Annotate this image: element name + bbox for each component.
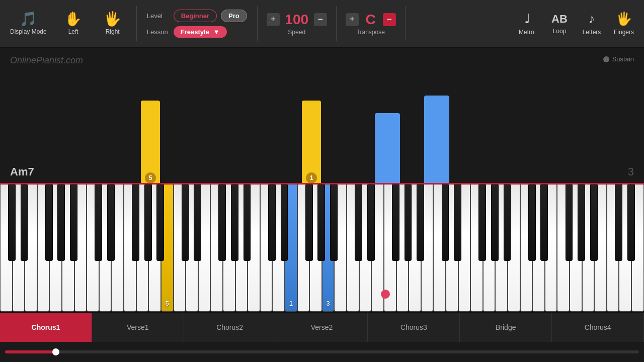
transpose-minus-button[interactable]: − <box>383 13 396 26</box>
white-key[interactable] <box>148 185 161 312</box>
letters-label: Letters <box>583 29 601 36</box>
left-label: Left <box>68 28 78 35</box>
white-key[interactable]: 5 <box>161 185 174 312</box>
red-dot <box>381 290 390 299</box>
white-key[interactable] <box>532 185 545 312</box>
lesson-select[interactable]: Freestyle ▼ <box>174 26 227 38</box>
white-key[interactable] <box>174 185 186 312</box>
beginner-button[interactable]: Beginner <box>174 10 217 22</box>
white-key[interactable] <box>124 185 136 312</box>
white-key[interactable] <box>631 185 644 312</box>
white-key[interactable] <box>446 185 458 312</box>
white-key[interactable]: 1 <box>285 185 297 312</box>
white-key[interactable] <box>483 185 496 312</box>
letters-button[interactable]: ♪ Letters <box>577 8 607 39</box>
lesson-value: Freestyle <box>181 28 209 36</box>
note-bar-yellow-1: 5 <box>141 101 160 186</box>
white-key[interactable] <box>111 185 124 312</box>
right-hand-button[interactable]: 🖐️ Right <box>95 9 130 38</box>
white-key[interactable] <box>508 185 520 312</box>
white-key[interactable] <box>74 185 87 312</box>
right-hand-icon: 🖐️ <box>104 12 121 26</box>
white-key[interactable] <box>582 185 595 312</box>
white-key[interactable]: 3 <box>322 185 335 312</box>
piano-keyboard[interactable]: 513 <box>0 183 644 312</box>
speed-controls: + 100 − <box>267 12 327 28</box>
transpose-label: Transpose <box>357 29 385 36</box>
white-key[interactable] <box>409 185 421 312</box>
white-key[interactable] <box>297 185 310 312</box>
pro-button[interactable]: Pro <box>221 10 247 22</box>
white-key[interactable] <box>186 185 198 312</box>
white-key[interactable] <box>198 185 211 312</box>
left-hand-button[interactable]: ✋ Left <box>56 9 91 38</box>
white-key[interactable] <box>433 185 446 312</box>
white-key[interactable] <box>13 185 25 312</box>
display-mode-label: Display Mode <box>10 28 47 35</box>
white-key[interactable] <box>545 185 557 312</box>
white-key[interactable] <box>470 185 483 312</box>
white-key[interactable] <box>520 185 533 312</box>
white-key[interactable] <box>272 185 285 312</box>
section-tab-chorus1[interactable]: Chorus1 <box>0 313 92 342</box>
progress-bar-container <box>0 342 644 362</box>
white-key[interactable] <box>248 185 260 312</box>
section-tab-verse2[interactable]: Verse2 <box>276 313 368 342</box>
white-key[interactable] <box>25 185 37 312</box>
white-key[interactable] <box>421 185 434 312</box>
white-key[interactable] <box>334 185 347 312</box>
white-key[interactable] <box>594 185 607 312</box>
toolbar: 🎵 Display Mode ✋ Left 🖐️ Right Level Beg… <box>0 0 644 48</box>
white-key[interactable] <box>99 185 112 312</box>
white-key[interactable] <box>359 185 372 312</box>
sustain-label: Sustain <box>612 55 634 63</box>
white-key[interactable] <box>210 185 223 312</box>
finger-num: 5 <box>145 172 156 184</box>
white-key[interactable] <box>37 185 50 312</box>
white-key[interactable] <box>619 185 631 312</box>
white-key[interactable] <box>396 185 409 312</box>
progress-thumb[interactable] <box>52 348 59 355</box>
transpose-plus-button[interactable]: + <box>346 13 359 26</box>
white-key[interactable] <box>557 185 570 312</box>
section-tab-chorus4[interactable]: Chorus4 <box>552 313 644 342</box>
lesson-label: Lesson <box>147 28 170 36</box>
white-key[interactable] <box>570 185 582 312</box>
transpose-controls: + C − <box>346 12 396 28</box>
white-key[interactable] <box>87 185 99 312</box>
white-key[interactable] <box>62 185 74 312</box>
white-key[interactable] <box>607 185 619 312</box>
white-key[interactable] <box>347 185 359 312</box>
separator1 <box>136 6 137 41</box>
lesson-row: Lesson Freestyle ▼ <box>147 26 247 38</box>
separator3 <box>336 6 337 41</box>
section-tab-chorus3[interactable]: Chorus3 <box>368 313 460 342</box>
section-tab-chorus2[interactable]: Chorus2 <box>184 313 276 342</box>
sections-tabs: Chorus1Verse1Chorus2Verse2Chorus3BridgeC… <box>0 312 644 342</box>
bottom-bar: Chorus1Verse1Chorus2Verse2Chorus3BridgeC… <box>0 312 644 362</box>
white-key[interactable] <box>49 185 62 312</box>
section-tab-verse1[interactable]: Verse1 <box>92 313 184 342</box>
white-key[interactable] <box>309 185 322 312</box>
white-key[interactable] <box>495 185 508 312</box>
white-key[interactable] <box>458 185 471 312</box>
display-mode-icon: 🎵 <box>20 12 37 26</box>
speed-minus-button[interactable]: − <box>314 13 327 26</box>
white-key[interactable] <box>136 185 149 312</box>
metro-button[interactable]: ♩ Metro. <box>512 8 542 39</box>
loop-button[interactable]: AB Loop <box>544 8 575 39</box>
watermark: OnlinePianist.com <box>10 55 83 66</box>
white-key[interactable] <box>223 185 235 312</box>
speed-plus-button[interactable]: + <box>267 13 280 26</box>
right-tools: ♩ Metro. AB Loop ♪ Letters 🖐️ Fingers <box>512 8 639 39</box>
chord-am7-label: Am7 <box>10 165 34 178</box>
fingers-button[interactable]: 🖐️ Fingers <box>609 8 639 39</box>
progress-track[interactable] <box>5 350 639 353</box>
display-mode-button[interactable]: 🎵 Display Mode <box>5 9 52 38</box>
lesson-dropdown-icon: ▼ <box>213 28 220 36</box>
white-key[interactable] <box>0 185 13 312</box>
white-key[interactable] <box>260 185 273 312</box>
section-tab-bridge[interactable]: Bridge <box>460 313 552 342</box>
speed-value: 100 <box>282 12 312 28</box>
white-key[interactable] <box>235 185 248 312</box>
